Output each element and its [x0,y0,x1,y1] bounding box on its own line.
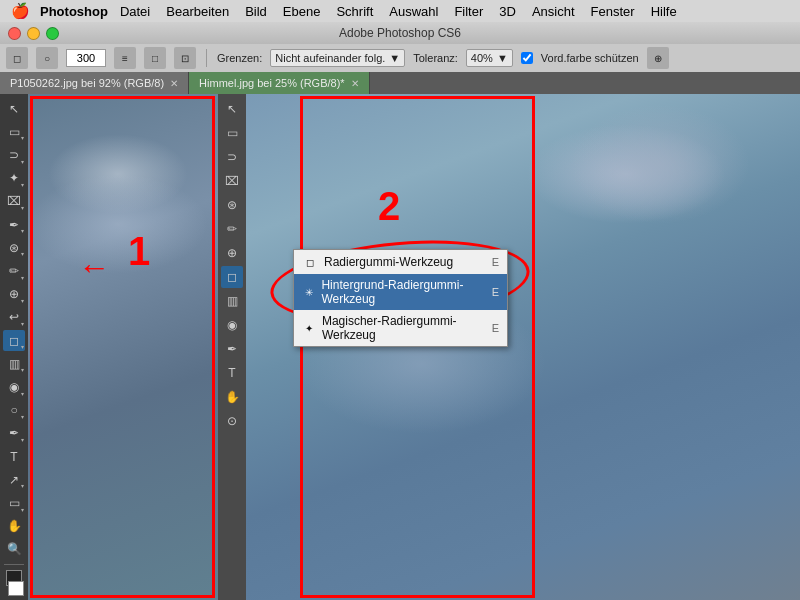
brush-tool[interactable]: ✏▾ [3,260,25,281]
history-brush-tool[interactable]: ↩▾ [3,307,25,328]
sec-lasso[interactable]: ⊃ [221,146,243,168]
tab-close-1[interactable]: ✕ [170,78,178,89]
ctx-item-hintergrund[interactable]: ✳ Hintergrund-Radiergummi-Werkzeug E [294,274,507,310]
sec-crop[interactable]: ⌧ [221,170,243,192]
app-name: Photoshop [40,4,108,19]
window-title: Adobe Photoshop CS6 [339,26,461,40]
pressure-icon[interactable]: ⊕ [647,47,669,69]
eraser-icon: ◻ [302,254,318,270]
sec-heal[interactable]: ⊛ [221,194,243,216]
tab-p1050262[interactable]: P1050262.jpg bei 92% (RGB/8) ✕ [0,72,189,94]
eraser-tool[interactable]: ◻▾ [3,330,25,351]
toolbar-secondary: ↖ ▭ ⊃ ⌧ ⊛ ✏ ⊕ ◻ ▥ ◉ ✒ T ✋ ⊙ [218,94,246,600]
chevron-down-icon: ▼ [389,52,400,64]
ctx-shortcut-1: E [492,256,499,268]
dodge-tool[interactable]: ○▾ [3,400,25,421]
move-tool[interactable]: ↖ [3,98,25,119]
menu-3d[interactable]: 3D [491,4,524,19]
menu-auswahl[interactable]: Auswahl [381,4,446,19]
sec-blur[interactable]: ◉ [221,314,243,336]
brush-size-input[interactable] [66,49,106,67]
separator [206,49,207,67]
opacity-icon[interactable]: □ [144,47,166,69]
canvas-area[interactable]: ↖ ▭ ⊃ ⌧ ⊛ ✏ ⊕ ◻ ▥ ◉ ✒ T ✋ ⊙ ← 1 2 [28,94,800,600]
sec-zoom[interactable]: ⊙ [221,410,243,432]
close-button[interactable] [8,27,21,40]
menu-hilfe[interactable]: Hilfe [643,4,685,19]
rect-select-tool[interactable]: ▭▾ [3,121,25,142]
magic-wand-tool[interactable]: ✦▾ [3,168,25,189]
menu-datei[interactable]: Datei [112,4,158,19]
tab-himmel[interactable]: Himmel.jpg bei 25% (RGB/8)* ✕ [189,72,370,94]
ctx-item-magischer[interactable]: ✦ Magischer-Radiergummi-Werkzeug E [294,310,507,346]
ctx-label-1: Radiergummi-Werkzeug [324,255,453,269]
chevron-down-icon-2: ▼ [497,52,508,64]
spot-heal-tool[interactable]: ⊛▾ [3,237,25,258]
tab-bar: P1050262.jpg bei 92% (RGB/8) ✕ Himmel.jp… [0,72,800,94]
flow-icon[interactable]: ⊡ [174,47,196,69]
ctx-shortcut-2: E [492,286,499,298]
sec-brush[interactable]: ✏ [221,218,243,240]
ctx-label-2: Hintergrund-Radiergummi-Werkzeug [321,278,485,306]
sec-select[interactable]: ▭ [221,122,243,144]
lasso-tool[interactable]: ⊃▾ [3,144,25,165]
annotation-rect-2 [300,96,535,598]
vordfarbe-label: Vord.farbe schützen [541,52,639,64]
toleranz-label: Toleranz: [413,52,458,64]
pen-tool[interactable]: ✒▾ [3,423,25,444]
context-menu: ◻ Radiergummi-Werkzeug E ✳ Hintergrund-R… [293,249,508,347]
apple-menu[interactable]: 🍎 [0,2,40,20]
mode-icon[interactable]: ≡ [114,47,136,69]
background-eraser-icon: ✳ [302,284,315,300]
maximize-button[interactable] [46,27,59,40]
sec-gradient[interactable]: ▥ [221,290,243,312]
gradient-tool[interactable]: ▥▾ [3,353,25,374]
sec-move[interactable]: ↖ [221,98,243,120]
menu-bearbeiten[interactable]: Bearbeiten [158,4,237,19]
sec-stamp[interactable]: ⊕ [221,242,243,264]
annotation-number-1: 1 [128,229,150,274]
brush-size-icon[interactable]: ○ [36,47,58,69]
window-buttons [8,27,59,40]
background-color[interactable] [8,581,24,597]
annotation-number-2: 2 [378,184,400,229]
ctx-item-radiergummi[interactable]: ◻ Radiergummi-Werkzeug E [294,250,507,274]
brush-preset-icon[interactable]: ◻ [6,47,28,69]
menu-filter[interactable]: Filter [446,4,491,19]
menu-schrift[interactable]: Schrift [328,4,381,19]
title-bar: Adobe Photoshop CS6 [0,22,800,44]
zoom-tool[interactable]: 🔍 [3,539,25,560]
ctx-shortcut-3: E [492,322,499,334]
tab-label-2: Himmel.jpg bei 25% (RGB/8)* [199,77,345,89]
blur-tool[interactable]: ◉▾ [3,376,25,397]
sec-hand[interactable]: ✋ [221,386,243,408]
magic-eraser-icon: ✦ [302,320,316,336]
text-tool[interactable]: T [3,446,25,467]
stamp-tool[interactable]: ⊕▾ [3,284,25,305]
grenzen-label: Grenzen: [217,52,262,64]
menu-fenster[interactable]: Fenster [583,4,643,19]
menu-bar: 🍎 Photoshop Datei Bearbeiten Bild Ebene … [0,0,800,22]
hand-tool[interactable]: ✋ [3,516,25,537]
sec-pen[interactable]: ✒ [221,338,243,360]
minimize-button[interactable] [27,27,40,40]
sec-text[interactable]: T [221,362,243,384]
crop-tool[interactable]: ⌧▾ [3,191,25,212]
toleranz-dropdown[interactable]: 40% ▼ [466,49,513,67]
shape-tool[interactable]: ▭▾ [3,492,25,513]
eyedropper-tool[interactable]: ✒▾ [3,214,25,235]
cloud-2 [570,104,750,224]
menu-ebene[interactable]: Ebene [275,4,329,19]
vordfarbe-checkbox[interactable] [521,52,533,64]
main-area: ↖ ▭▾ ⊃▾ ✦▾ ⌧▾ ✒▾ ⊛▾ ✏▾ ⊕▾ ↩▾ ◻▾ ▥▾ ◉▾ ○▾… [0,94,800,600]
tab-label-1: P1050262.jpg bei 92% (RGB/8) [10,77,164,89]
menu-ansicht[interactable]: Ansicht [524,4,583,19]
toolbar-separator [4,564,24,565]
path-select-tool[interactable]: ↗▾ [3,469,25,490]
annotation-rect-1 [30,96,215,598]
sec-eraser[interactable]: ◻ [221,266,243,288]
options-bar: ◻ ○ ≡ □ ⊡ Grenzen: Nicht aufeinander fol… [0,44,800,72]
grenzen-dropdown[interactable]: Nicht aufeinander folg. ▼ [270,49,405,67]
menu-bild[interactable]: Bild [237,4,275,19]
tab-close-2[interactable]: ✕ [351,78,359,89]
